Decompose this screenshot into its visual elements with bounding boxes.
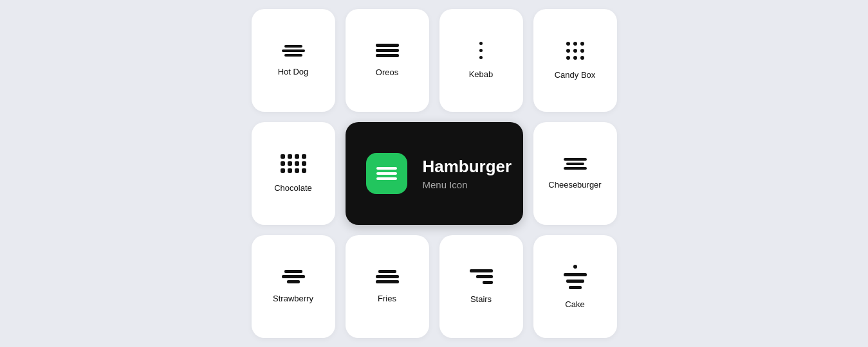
strawberry-icon	[282, 270, 305, 283]
card-label: Oreos	[376, 67, 398, 77]
card-label: Hot Dog	[278, 67, 309, 76]
card-fries[interactable]: Fries	[346, 235, 429, 338]
candy-box-icon	[566, 42, 584, 60]
kebab-icon	[479, 42, 483, 59]
card-label: Cake	[565, 299, 584, 309]
card-cheeseburger[interactable]: Cheeseburger	[533, 122, 617, 225]
card-chocolate[interactable]: Chocolate	[252, 122, 335, 225]
card-label: Fries	[378, 294, 396, 303]
card-cake[interactable]: Cake	[533, 235, 617, 338]
hotdog-icon	[282, 45, 305, 57]
featured-subtitle: Menu Icon	[423, 179, 512, 190]
oreos-icon	[376, 44, 399, 57]
card-label: Candy Box	[555, 70, 596, 80]
card-oreos[interactable]: Oreos	[346, 9, 429, 112]
stairs-icon	[470, 269, 493, 284]
chocolate-icon	[281, 154, 306, 173]
cheeseburger-icon	[564, 158, 587, 170]
featured-text: Hamburger Menu Icon	[423, 157, 512, 190]
card-hamburger-featured[interactable]: Hamburger Menu Icon	[346, 122, 523, 225]
card-kebab[interactable]: Kebab	[439, 9, 523, 112]
cake-icon	[564, 265, 587, 289]
card-label: Stairs	[470, 294, 492, 304]
card-label: Strawberry	[273, 294, 313, 303]
card-label: Chocolate	[274, 183, 312, 193]
icon-grid: Hot Dog Oreos Kebab Candy Box	[252, 9, 617, 338]
card-stairs[interactable]: Stairs	[439, 235, 523, 338]
card-hot-dog[interactable]: Hot Dog	[252, 9, 335, 112]
card-strawberry[interactable]: Strawberry	[252, 235, 335, 338]
fries-icon	[376, 270, 399, 283]
hamburger-app-icon	[366, 153, 407, 194]
card-label: Kebab	[469, 69, 494, 79]
card-label: Cheeseburger	[548, 180, 601, 190]
featured-title: Hamburger	[423, 157, 512, 177]
card-candy-box[interactable]: Candy Box	[533, 9, 617, 112]
